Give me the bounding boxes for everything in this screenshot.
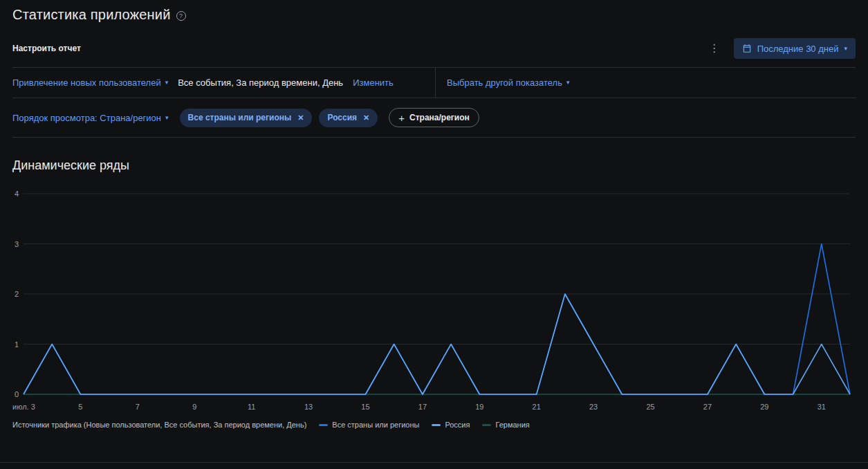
plus-icon: + bbox=[398, 113, 405, 123]
chip-label: Все страны или регионы bbox=[188, 113, 292, 122]
chip-label: Россия bbox=[327, 113, 357, 122]
page-header: Статистика приложений ? bbox=[12, 0, 856, 23]
x-tick-label: 21 bbox=[533, 403, 541, 411]
dimension-chip[interactable]: Все страны или регионы✕ bbox=[180, 109, 313, 127]
report-filters: Привлечение новых пользователей ▾ Все со… bbox=[12, 67, 856, 138]
x-tick-label: 11 bbox=[248, 403, 255, 411]
x-tick-label: 19 bbox=[475, 403, 483, 411]
edit-metric-link[interactable]: Изменить bbox=[353, 77, 394, 88]
x-tick-label: 17 bbox=[418, 403, 427, 411]
y-tick-label: 3 bbox=[15, 240, 19, 248]
x-tick-label: 13 bbox=[304, 403, 313, 411]
x-tick-label: 23 bbox=[589, 403, 598, 411]
secondary-metric-cell: Выбрать другой показатель ▾ bbox=[436, 68, 569, 98]
configure-report-label: Настроить отчет bbox=[12, 44, 81, 53]
legend-item: Россия bbox=[432, 421, 470, 429]
legend-item: Германия bbox=[482, 421, 529, 429]
y-tick-label: 4 bbox=[15, 190, 19, 198]
more-options-icon[interactable]: ⋮ bbox=[706, 43, 723, 54]
view-order-selector[interactable]: Порядок просмотра: Страна/регион ▾ bbox=[12, 113, 169, 123]
metric-row: Привлечение новых пользователей ▾ Все со… bbox=[12, 68, 856, 98]
chart-legend: Все страны или регионыРоссияГермания bbox=[319, 421, 529, 429]
legend-label: Россия bbox=[445, 421, 470, 429]
chip-close-icon[interactable]: ✕ bbox=[363, 113, 369, 122]
calendar-icon bbox=[742, 44, 752, 53]
x-tick-label: 25 bbox=[646, 403, 654, 411]
dimension-row: Порядок просмотра: Страна/регион ▾ Все с… bbox=[12, 98, 856, 137]
other-metric-selector[interactable]: Выбрать другой показатель ▾ bbox=[447, 77, 569, 88]
x-tick-label: июл. 3 bbox=[12, 403, 35, 411]
chevron-down-icon: ▾ bbox=[165, 115, 169, 121]
date-range-label: Последние 30 дней bbox=[757, 44, 839, 54]
metric-cell: Привлечение новых пользователей ▾ Все со… bbox=[12, 68, 436, 98]
chart-footnote: Источники трафика (Новые пользователи, В… bbox=[12, 421, 306, 429]
dimension-chip[interactable]: Россия✕ bbox=[319, 109, 378, 127]
report-toolbar: Настроить отчет ⋮ Последние 30 дней ▾ bbox=[12, 38, 856, 59]
metric-selector[interactable]: Привлечение новых пользователей ▾ bbox=[12, 77, 168, 88]
legend-item: Все страны или регионы bbox=[319, 421, 419, 429]
metric-selector-label: Привлечение новых пользователей bbox=[12, 77, 161, 88]
dimension-chips: Все страны или регионы✕Россия✕ bbox=[180, 109, 378, 127]
metric-detail: Все события, За период времени, День bbox=[178, 77, 343, 88]
other-metric-label: Выбрать другой показатель bbox=[447, 77, 562, 88]
page-title: Статистика приложений bbox=[12, 7, 171, 23]
x-tick-label: 5 bbox=[78, 403, 82, 411]
view-order-label: Порядок просмотра: Страна/регион bbox=[12, 113, 161, 123]
legend-swatch bbox=[432, 424, 441, 426]
date-range-button[interactable]: Последние 30 дней ▾ bbox=[734, 38, 856, 59]
timeseries-chart[interactable]: 01234июл. 35791113151719212325272931 bbox=[12, 187, 856, 419]
x-tick-label: 7 bbox=[136, 403, 140, 411]
chevron-down-icon: ▾ bbox=[165, 80, 169, 86]
x-tick-label: 27 bbox=[703, 403, 712, 411]
x-tick-label: 9 bbox=[192, 403, 196, 411]
legend-swatch bbox=[482, 424, 491, 426]
legend-label: Германия bbox=[495, 421, 529, 429]
app-statistics-page: Статистика приложений ? Настроить отчет … bbox=[0, 0, 868, 429]
legend-swatch bbox=[319, 424, 328, 426]
chart-line bbox=[24, 244, 850, 395]
add-dimension-chip[interactable]: + Страна/регион bbox=[389, 108, 479, 127]
y-tick-label: 1 bbox=[15, 340, 19, 349]
x-tick-label: 29 bbox=[760, 403, 768, 411]
legend-label: Все страны или регионы bbox=[332, 421, 419, 429]
toolbar-right: ⋮ Последние 30 дней ▾ bbox=[706, 38, 856, 59]
y-tick-label: 2 bbox=[15, 290, 19, 298]
timeseries-section: Динамические ряды 01234июл. 357911131517… bbox=[12, 158, 856, 429]
help-icon[interactable]: ? bbox=[176, 11, 186, 21]
y-tick-label: 0 bbox=[15, 390, 19, 398]
x-tick-label: 31 bbox=[818, 403, 826, 411]
section-title: Динамические ряды bbox=[12, 158, 856, 173]
add-dimension-label: Страна/регион bbox=[409, 113, 470, 122]
bottom-divider bbox=[0, 462, 868, 463]
chip-close-icon[interactable]: ✕ bbox=[297, 113, 304, 122]
x-tick-label: 15 bbox=[361, 403, 369, 411]
chevron-down-icon: ▾ bbox=[566, 80, 570, 86]
chevron-down-icon: ▾ bbox=[844, 46, 847, 52]
chart-footer: Источники трафика (Новые пользователи, В… bbox=[12, 421, 856, 429]
